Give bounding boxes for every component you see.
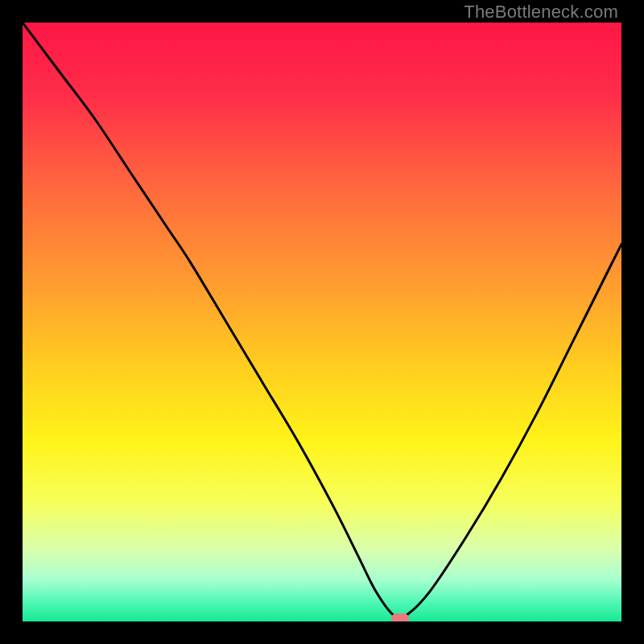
plot-area bbox=[23, 23, 621, 621]
chart-frame: TheBottleneck.com bbox=[0, 0, 644, 644]
optimal-marker bbox=[391, 613, 409, 621]
bottleneck-curve bbox=[23, 23, 621, 621]
watermark-text: TheBottleneck.com bbox=[464, 2, 618, 23]
